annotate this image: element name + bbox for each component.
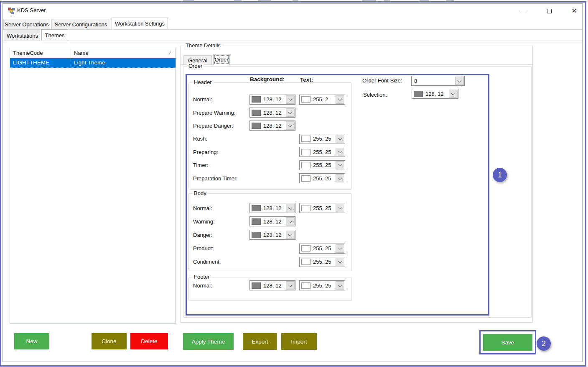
row-label: Normal: [193,96,212,103]
color-value: 128, 12 [261,218,285,225]
maximize-button[interactable] [542,5,556,16]
color-swatch-white [301,259,311,265]
color-row: Normal:128, 12255, 2 [193,93,349,106]
color-value: 255, 25 [311,149,335,155]
chevron-down-icon[interactable] [336,135,344,143]
chevron-down-icon[interactable] [286,108,295,117]
color-swatch-white [301,136,311,142]
background-color-dropdown[interactable]: 128, 12 [249,121,295,131]
chevron-down-icon[interactable] [336,204,344,212]
text-color-dropdown[interactable]: 255, 25 [299,134,345,144]
color-value: 255, 25 [311,205,335,211]
new-button[interactable]: New [14,333,49,349]
close-button[interactable]: ✕ [567,5,581,16]
chevron-down-icon[interactable] [449,90,458,98]
text-color-dropdown[interactable]: 255, 25 [299,173,345,183]
tab-server-configurations[interactable]: Server Configurations [51,19,110,29]
apply-theme-button[interactable]: Apply Theme [183,333,234,350]
chevron-down-icon[interactable] [336,281,344,290]
annotation-rectangle-2: Save [479,330,536,354]
color-swatch-white [301,149,311,155]
background-color-dropdown[interactable]: 128, 12 [249,280,295,290]
text-color-dropdown[interactable]: 255, 25 [299,160,345,170]
color-row: Product:255, 25 [193,242,349,255]
chevron-down-icon[interactable] [336,148,344,156]
clone-button[interactable]: Clone [92,333,127,349]
window-title: KDS.Server [17,7,46,13]
maximize-icon [547,9,552,13]
chevron-down-icon[interactable] [336,161,344,169]
chevron-down-icon[interactable] [336,95,344,104]
annotation-step-1: 1 [493,168,507,182]
tab-server-operations[interactable]: Server Operations [3,19,50,29]
color-value: 255, 25 [311,259,335,265]
sub-tabstrip-divider [3,41,582,41]
background-color-dropdown[interactable]: 128, 12 [249,230,295,240]
row-label: Preparation Timer: [193,175,238,182]
table-row-lighttheme[interactable]: LIGHTTHEME Light Theme [10,58,176,68]
annotation-step-2: 2 [537,336,551,351]
color-swatch-gray [252,110,261,116]
text-column-header: Text: [300,77,313,83]
save-button[interactable]: Save [483,334,532,351]
chevron-down-icon[interactable] [286,95,295,104]
app-icon [8,7,15,14]
export-button[interactable]: Export [243,333,277,350]
color-swatch-white [301,96,311,103]
color-row: Danger:128, 12 [193,228,349,241]
text-color-dropdown[interactable]: 255, 2 [299,95,345,105]
text-color-dropdown[interactable]: 255, 25 [299,203,345,213]
color-row: Preparation Timer:255, 25 [193,172,349,185]
application-window: KDS.Server ✕ Server Operations Server Co… [3,3,583,362]
chevron-down-icon[interactable] [336,174,344,182]
color-swatch-white [301,282,311,289]
color-swatch-white [301,245,311,252]
tab-themes[interactable]: Themes [41,29,68,41]
chevron-down-icon[interactable] [286,281,295,290]
text-color-dropdown[interactable]: 255, 25 [299,280,345,290]
color-swatch-gray [252,205,261,211]
text-color-dropdown[interactable]: 255, 25 [299,244,345,254]
row-label: Danger: [193,232,212,238]
import-button[interactable]: Import [281,333,317,350]
chevron-down-icon[interactable] [336,244,344,253]
color-row: Prepare Danger:128, 12 [193,119,349,132]
background-color-dropdown[interactable]: 128, 12 [249,216,295,226]
row-label: Preparing: [193,149,218,155]
tab-order[interactable]: Order [213,54,230,65]
background-color-dropdown[interactable]: 128, 12 [249,108,295,118]
column-header-name[interactable]: Name [71,48,176,58]
section-body-groupbox: BodyNormal:128, 12255, 25Warning:128, 12… [188,193,352,271]
minimize-button[interactable] [516,5,530,16]
order-group-title: Order [187,63,204,69]
background-color-dropdown[interactable]: 128, 12 [249,95,295,105]
themes-table: ThemeCode Name LIGHTTHEME Light Theme [10,48,176,324]
selection-color-dropdown[interactable]: 128, 12 [412,89,458,99]
color-swatch-gray [252,218,261,225]
color-value: 255, 25 [311,245,335,252]
color-value: 255, 2 [311,96,335,103]
chevron-down-icon[interactable] [286,121,295,130]
delete-button[interactable]: Delete [130,333,168,349]
chevron-down-icon[interactable] [286,204,295,212]
section-title: Header [192,79,214,85]
section-footer-groupbox: FooterNormal:128, 12255, 25 [188,277,352,301]
color-value: 255, 25 [311,136,335,142]
row-label: Prepare Danger: [193,123,233,129]
tab-workstations[interactable]: Workstations [5,31,40,41]
text-color-dropdown[interactable]: 255, 25 [299,257,345,267]
row-label: Normal: [193,282,212,289]
chevron-down-icon[interactable] [286,231,295,239]
column-header-themecode[interactable]: ThemeCode [10,48,71,58]
row-label: Prepare Warning: [193,110,235,116]
chevron-down-icon[interactable] [336,258,344,266]
chevron-down-icon[interactable] [455,77,464,85]
chevron-down-icon[interactable] [286,217,295,226]
order-font-size-dropdown[interactable]: 8 [411,76,465,86]
tab-workstation-settings[interactable]: Workstation Settings [112,18,168,29]
background-color-dropdown[interactable]: 128, 12 [249,203,295,213]
details-tabstrip-divider [181,64,532,65]
color-value: 128, 12 [261,123,285,129]
text-color-dropdown[interactable]: 255, 25 [299,147,345,157]
row-label: Warning: [193,218,215,225]
